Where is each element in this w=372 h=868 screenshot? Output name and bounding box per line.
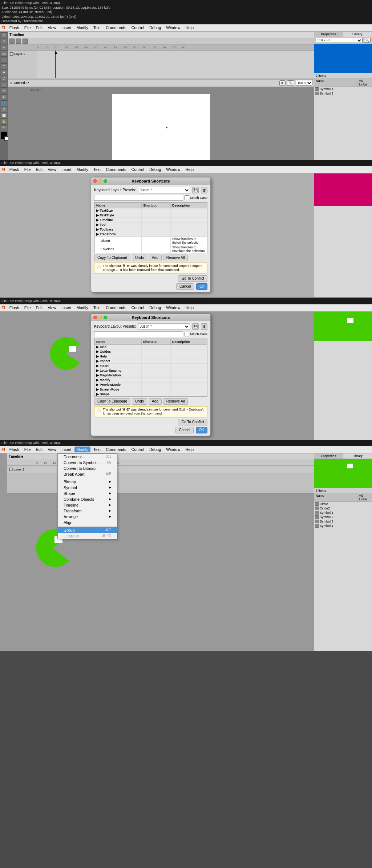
lib-item-sym1-4[interactable]: Symbol 1: [314, 511, 372, 515]
menu-commands-1[interactable]: Commands: [104, 25, 128, 31]
menu-control-3[interactable]: Control: [129, 305, 146, 311]
menu-modify-1[interactable]: Modify: [74, 25, 90, 31]
col-desc-1[interactable]: Description: [171, 203, 207, 208]
preset-delete-btn-1[interactable]: 🗑: [201, 187, 207, 193]
match-case-check-1[interactable]: [185, 195, 189, 200]
col-shortcut-1[interactable]: Shortcut: [142, 203, 171, 208]
match-case-check-2[interactable]: [185, 332, 189, 336]
menu-flash-1[interactable]: Flash: [7, 25, 21, 31]
menu-text-4[interactable]: Text: [91, 447, 103, 452]
menu-text-3[interactable]: Text: [91, 305, 103, 311]
menu-debug-3[interactable]: Debug: [147, 305, 163, 311]
lib-item-circle[interactable]: Circle: [314, 502, 372, 506]
menu-flash-3[interactable]: Flash: [7, 305, 21, 311]
presets-select-2[interactable]: Justin *: [138, 323, 190, 330]
menu-debug-2[interactable]: Debug: [147, 167, 163, 172]
menu-item-convert-bitmap[interactable]: Convert to Bitmap: [58, 465, 117, 471]
tab-library-1[interactable]: Library: [343, 32, 372, 37]
add-btn-1[interactable]: Add: [149, 255, 162, 261]
tool-pen[interactable]: ✒: [1, 63, 7, 69]
preset-save-btn-1[interactable]: 💾: [192, 187, 199, 193]
item-distort[interactable]: DistortShow handles to distort the selec…: [95, 236, 207, 245]
tool-line[interactable]: ╱: [1, 76, 7, 81]
menu-modify-4[interactable]: Modify: [74, 447, 90, 452]
menu-item-ungroup[interactable]: Ungroup ⌘⇧G: [58, 533, 117, 539]
copy-clipboard-btn-2[interactable]: Copy To Clipboard: [94, 398, 130, 405]
menu-item-timeline[interactable]: Timeline: [58, 502, 117, 508]
tl-yellow-2[interactable]: [98, 316, 102, 319]
group-magnification[interactable]: Magnification: [95, 373, 207, 377]
menu-flash-4[interactable]: Flash: [7, 447, 21, 452]
timeline-lock-icon[interactable]: [9, 39, 15, 44]
menu-view-1[interactable]: View: [45, 25, 58, 31]
menu-modify-2[interactable]: Modify: [74, 167, 90, 172]
menu-item-shape[interactable]: Shape: [58, 491, 117, 496]
tool-3d[interactable]: 3D: [1, 51, 7, 57]
col-name-2[interactable]: Name: [95, 339, 142, 344]
group-grid[interactable]: Grid: [95, 344, 207, 349]
menu-debug-1[interactable]: Debug: [147, 25, 163, 31]
group-insert[interactable]: Insert: [95, 363, 207, 368]
tab-library-4[interactable]: Library: [343, 453, 372, 459]
group-letterspacing[interactable]: LetterSpacing: [95, 368, 207, 373]
remove-all-btn-1[interactable]: Remove All: [163, 255, 188, 261]
tool-zoom[interactable]: 🔍: [1, 125, 7, 131]
menu-commands-3[interactable]: Commands: [104, 305, 128, 311]
tl-green-2[interactable]: [104, 316, 107, 319]
canvas-close-icon[interactable]: ✕: [9, 81, 12, 85]
menu-modify-3[interactable]: Modify: [74, 305, 90, 311]
tool-pencil[interactable]: ✏: [1, 88, 7, 94]
group-guides[interactable]: Guides: [95, 349, 207, 354]
copy-clipboard-btn-1[interactable]: Copy To Clipboard: [94, 255, 130, 261]
goto-conflict-btn-1[interactable]: Go To Conflict: [178, 275, 207, 282]
lib-item-sym2-4[interactable]: Symbol 2: [314, 515, 372, 519]
tool-arrow[interactable]: ↖: [1, 32, 7, 38]
remove-all-btn-2[interactable]: Remove All: [163, 398, 188, 405]
menu-item-document[interactable]: Document... ⌘J: [58, 454, 117, 460]
tl-yellow-1[interactable]: [98, 179, 102, 183]
menu-item-transform[interactable]: Transform: [58, 508, 117, 514]
lib-item-sym3-4[interactable]: Symbol 3: [314, 519, 372, 524]
lib-col-name-4[interactable]: Name: [314, 493, 357, 501]
menu-commands-4[interactable]: Commands: [104, 447, 128, 452]
tool-paint-bucket[interactable]: 🪣: [1, 100, 7, 106]
timeline-wireframe-icon[interactable]: [23, 39, 28, 44]
menu-view-4[interactable]: View: [45, 447, 58, 452]
layer-1-row[interactable]: 🔲 Layer 1: [9, 51, 36, 56]
tl-green-1[interactable]: [104, 179, 107, 183]
tool-hand[interactable]: ✋: [1, 119, 7, 125]
tab-properties-1[interactable]: Properties: [314, 32, 343, 37]
ok-btn-1[interactable]: Ok: [196, 283, 207, 290]
menu-edit-3[interactable]: Edit: [33, 305, 45, 311]
menu-item-symbol[interactable]: Symbol: [58, 485, 117, 491]
group-screenmode[interactable]: ScreenMode: [95, 387, 207, 392]
tl-red-1[interactable]: [93, 179, 97, 183]
tool-text[interactable]: A: [1, 69, 7, 75]
menu-file-3[interactable]: File: [22, 305, 33, 311]
group-shape[interactable]: Shape: [95, 392, 207, 396]
menu-commands-2[interactable]: Commands: [104, 167, 128, 172]
group-tool[interactable]: Tool: [95, 222, 207, 227]
menu-item-combine-objects[interactable]: Combine Objects: [58, 496, 117, 502]
lib-col-name-1[interactable]: Name: [314, 79, 357, 87]
menu-view-2[interactable]: View: [45, 167, 58, 172]
group-help[interactable]: Help: [95, 354, 207, 359]
item-envelope[interactable]: EnvelopeShow handles to envelope the sel…: [95, 245, 207, 253]
preset-delete-btn-2[interactable]: 🗑: [201, 323, 207, 330]
menu-edit-4[interactable]: Edit: [33, 447, 45, 452]
group-timeline[interactable]: Timeline: [95, 217, 207, 222]
library-select-1[interactable]: Untitled-1: [316, 38, 363, 43]
group-toolbars[interactable]: Toolbars: [95, 227, 207, 232]
menu-insert-2[interactable]: Insert: [59, 167, 74, 172]
group-textstyle[interactable]: TextStyle: [95, 213, 207, 217]
menu-control-1[interactable]: Control: [129, 25, 146, 31]
tl-red-2[interactable]: [93, 316, 97, 319]
menu-item-arrange[interactable]: Arrange: [58, 514, 117, 520]
preset-save-btn-2[interactable]: 💾: [192, 323, 199, 330]
menu-text-1[interactable]: Text: [91, 25, 103, 31]
menu-control-4[interactable]: Control: [129, 447, 146, 452]
menu-control-2[interactable]: Control: [129, 167, 146, 172]
group-transform[interactable]: Transform: [95, 232, 207, 236]
canvas-zoom-select[interactable]: 100%: [296, 80, 312, 86]
menu-insert-4[interactable]: Insert: [59, 447, 74, 452]
